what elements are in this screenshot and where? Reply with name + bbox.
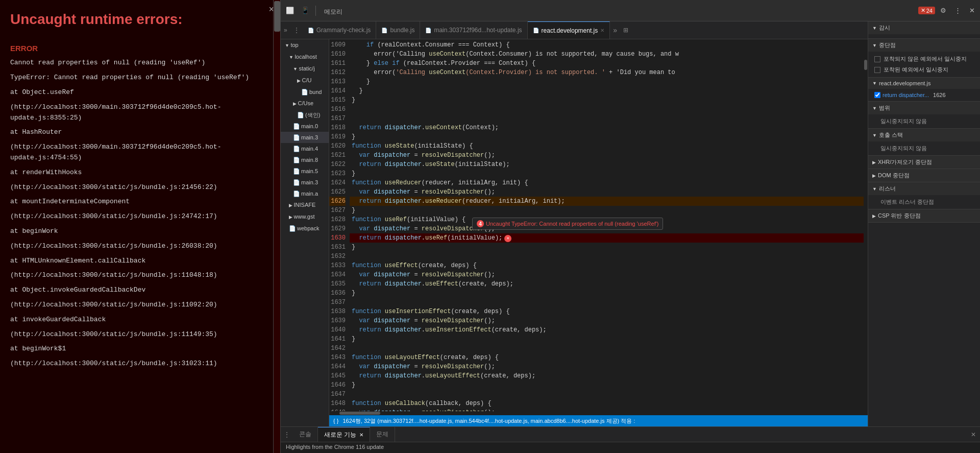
- code-line[interactable]: }: [350, 206, 868, 215]
- tree-main3[interactable]: 📄main.3: [281, 132, 329, 143]
- tab-problems[interactable]: 문제: [370, 427, 395, 442]
- code-line[interactable]: function useEffect(create, deps) {: [350, 261, 868, 270]
- code-line[interactable]: }: [350, 77, 868, 86]
- tree-top[interactable]: top: [281, 39, 329, 51]
- code-line[interactable]: [350, 252, 868, 261]
- tree-main5[interactable]: 📄main.5: [281, 165, 329, 177]
- code-line[interactable]: }: [350, 169, 868, 178]
- toolbar-tab-메모리[interactable]: 메모리: [319, 5, 366, 19]
- tab-main[interactable]: 📄 main.303712f96d...hot-update.js: [420, 21, 527, 39]
- debug-section-header[interactable]: ▶CSP 위반 중단점: [868, 209, 980, 222]
- vscrollbar-thumb[interactable]: [864, 60, 867, 70]
- code-line[interactable]: return dispatcher.useInsertionEffect(cre…: [350, 325, 868, 335]
- debug-file-item[interactable]: return dispatcher...1626: [872, 91, 976, 99]
- checkbox-icon[interactable]: [874, 67, 880, 73]
- vertical-scrollbar[interactable]: [864, 39, 868, 415]
- debug-section-header[interactable]: ▼호출 스택: [868, 129, 980, 141]
- tree-main4[interactable]: 📄main.4: [281, 143, 329, 154]
- close-devtools-icon[interactable]: ✕: [966, 5, 978, 16]
- code-line[interactable]: return dispatcher.useState(initialState)…: [350, 160, 868, 169]
- tree-static[interactable]: static/j: [281, 63, 329, 75]
- code-line[interactable]: [350, 298, 868, 307]
- code-line[interactable]: function useInsertionEffect(create, deps…: [350, 307, 868, 316]
- tree-cuse[interactable]: C/Use: [281, 98, 329, 109]
- tree-cu[interactable]: C/U: [281, 75, 329, 86]
- code-line[interactable]: }: [350, 243, 868, 252]
- tree-main3b[interactable]: 📄main.3: [281, 177, 329, 188]
- scrollbar-thumb[interactable]: [274, 1, 280, 32]
- hscrollbar-thumb[interactable]: [339, 412, 380, 415]
- inspect-icon[interactable]: ⬜: [283, 5, 297, 16]
- tab-grammarly[interactable]: 📄 Grammarly-check.js: [303, 21, 377, 39]
- code-line[interactable]: var dispatcher = resolveDispatcher();: [350, 362, 868, 371]
- code-line[interactable]: }: [350, 335, 868, 344]
- more-tabs-icon[interactable]: ⋮: [290, 21, 303, 39]
- toolbar-tab-성능[interactable]: 성능: [319, 0, 366, 5]
- code-line[interactable]: }: [350, 86, 868, 96]
- settings-icon[interactable]: ⚙: [937, 5, 949, 16]
- debug-section-header[interactable]: ▼감시: [868, 21, 980, 34]
- close-bottom-icon[interactable]: ✕: [971, 431, 976, 438]
- code-line[interactable]: }: [350, 96, 868, 105]
- tree-index[interactable]: 📄(색인): [281, 109, 329, 121]
- code-line[interactable]: return dispatcher.useRef(initialValue);✕: [350, 233, 868, 243]
- code-line[interactable]: return dispatcher.useLayoutEffect(create…: [350, 371, 868, 380]
- debug-section-header[interactable]: ▼react.development.js: [868, 78, 980, 89]
- expand-left-icon[interactable]: »: [281, 21, 290, 39]
- code-line[interactable]: error('Calling useContext(Context.Consum…: [350, 50, 868, 59]
- horizontal-scrollbar[interactable]: [329, 411, 868, 415]
- scrollbar[interactable]: [273, 0, 280, 453]
- code-line[interactable]: var dispatcher = resolveDispatcher();: [350, 270, 868, 279]
- code-line[interactable]: [350, 105, 868, 114]
- tree-localhost[interactable]: localhost: [281, 51, 329, 63]
- code-line[interactable]: [350, 114, 868, 123]
- code-line[interactable]: [350, 390, 868, 399]
- tab-react[interactable]: 📄 react.development.js ✕: [528, 21, 610, 39]
- code-line[interactable]: function useState(initialState) {: [350, 141, 868, 151]
- checkbox-icon[interactable]: [874, 56, 880, 62]
- expand-tabs-icon[interactable]: »: [610, 21, 620, 39]
- breakpoint-checkbox[interactable]: [874, 92, 880, 98]
- tab-bundle[interactable]: 📄 bundle.js: [376, 21, 420, 39]
- code-line[interactable]: if (realContext.Consumer === Context) {: [350, 40, 868, 50]
- code-line[interactable]: return dispatcher.useContext(Context);: [350, 123, 868, 132]
- code-line[interactable]: [350, 344, 868, 353]
- tree-webpack[interactable]: 📄webpack: [281, 223, 329, 234]
- debug-checkbox-item[interactable]: 포착된 예외에서 일시중지: [872, 64, 976, 75]
- tab-console[interactable]: 콘솔: [293, 427, 318, 442]
- code-line[interactable]: var dispatcher = resolveDispatcher();: [350, 408, 868, 411]
- code-line[interactable]: var dispatcher = resolveDispatcher();: [350, 316, 868, 325]
- code-line[interactable]: }: [350, 380, 868, 390]
- debug-section-header[interactable]: ▶XHR/가져오기 중단점: [868, 156, 980, 169]
- code-line[interactable]: var dispatcher = resolveDispatcher();: [350, 151, 868, 160]
- line-number: 1631: [329, 243, 346, 252]
- code-line[interactable]: } else if (realContext.Provider === Cont…: [350, 59, 868, 68]
- tree-inisafe[interactable]: INISAFE: [281, 199, 329, 211]
- tree-main8[interactable]: 📄main.8: [281, 154, 329, 165]
- code-line[interactable]: }: [350, 132, 868, 141]
- tab-close-react[interactable]: ✕: [600, 28, 604, 33]
- code-line[interactable]: function useLayoutEffect(create, deps) {: [350, 353, 868, 362]
- debug-section-header[interactable]: ▼리스너: [868, 182, 980, 195]
- tree-www[interactable]: www.gst: [281, 211, 329, 223]
- more-icon[interactable]: ⋮: [951, 5, 964, 16]
- close-new-features[interactable]: ✕: [359, 432, 363, 438]
- debug-checkbox-item[interactable]: 포착되지 않은 예외에서 일시중지: [872, 54, 976, 64]
- code-line[interactable]: function useCallback(callback, deps) {: [350, 399, 868, 408]
- tree-maina[interactable]: 📄main.a: [281, 188, 329, 199]
- code-line[interactable]: error('Calling useContext(Context.Provid…: [350, 68, 868, 77]
- debug-section-header[interactable]: ▼범위: [868, 102, 980, 114]
- tab-new-features[interactable]: 새로운 기능 ✕: [318, 427, 370, 442]
- split-editor-icon[interactable]: ⊞: [620, 21, 631, 39]
- device-icon[interactable]: 📱: [298, 5, 312, 16]
- code-line[interactable]: function useReducer(reducer, initialArg,…: [350, 178, 868, 187]
- debug-section-header[interactable]: ▶DOM 중단점: [868, 169, 980, 182]
- code-line[interactable]: }: [350, 289, 868, 298]
- tree-main0[interactable]: 📄main.0: [281, 121, 329, 132]
- bottom-more-icon[interactable]: ⋮: [281, 427, 293, 442]
- code-line[interactable]: return dispatcher.useReducer(reducer, in…: [350, 197, 868, 206]
- debug-section-header[interactable]: ▼중단점: [868, 39, 980, 52]
- code-line[interactable]: return dispatcher.useEffect(create, deps…: [350, 279, 868, 289]
- code-line[interactable]: var dispatcher = resolveDispatcher();: [350, 187, 868, 197]
- tree-bund[interactable]: 📄bund: [281, 86, 329, 98]
